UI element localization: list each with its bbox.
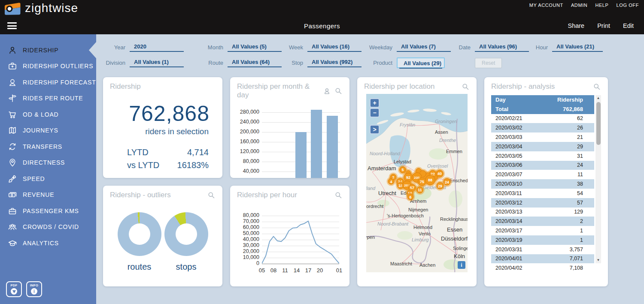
filter-label-week: Week [288, 44, 303, 51]
sidebar-item-speed[interactable]: SPEED [0, 171, 96, 187]
y-tick-label: 160,000 [237, 138, 259, 144]
magnifier-icon[interactable] [593, 83, 601, 91]
x-tick-label: 14 [294, 267, 300, 274]
sidebar-item-rides-per-route[interactable]: RIDES PER ROUTE [0, 90, 96, 107]
filter-date-dropdown[interactable]: All Values (96) [475, 43, 529, 52]
table-row: 2020/03/0531 [491, 151, 594, 161]
table-row: 2020/04/027,108 [491, 263, 594, 273]
map-cluster-marker-6[interactable]: 6 [407, 194, 414, 200]
day-cell: 2020/02/21 [491, 115, 547, 121]
filter-hour-dropdown[interactable]: All Values (21) [552, 43, 603, 52]
sidebar-item-transfers[interactable]: TRANSFERS [0, 138, 96, 155]
y-tick-label: 20,000 [237, 248, 259, 254]
map-attribution-button[interactable]: i [458, 261, 465, 269]
per-hour-line-chart: 010,00020,00030,00040,00050,00060,00070,… [237, 216, 343, 284]
card-title: Ridership per hour [237, 191, 334, 199]
lytd-value: 4,714 [187, 147, 209, 157]
ridership-cell: 7,071 [547, 256, 594, 262]
table-row: 2020/04/017,071 [491, 254, 594, 264]
edit-button[interactable]: Edit [623, 22, 634, 29]
magnifier-icon[interactable] [334, 87, 343, 95]
map-cluster-marker-40[interactable]: 40 [436, 170, 444, 178]
table-row: 2020/03/1154 [491, 189, 594, 198]
sidebar-item-ridership-forecast[interactable]: RIDERSHIP FORECAST [0, 74, 96, 90]
ridership-cell: 762,868 [547, 106, 594, 112]
card-ridership: Ridership 762,868 riders in selection LY… [103, 77, 222, 178]
sidebar-item-directness[interactable]: DIRECTNESS [0, 155, 96, 171]
filter-route-dropdown[interactable]: All Values (64) [228, 58, 282, 67]
card-title: Ridership - analysis [491, 82, 593, 91]
top-link-admin[interactable]: ADMIN [571, 3, 587, 8]
day-cell: 2020/03/04 [491, 144, 547, 150]
sidebar-item-label: SPEED [23, 175, 45, 182]
magnifier-icon[interactable] [207, 191, 216, 199]
sidebar-item-label: JOURNEYS [23, 127, 58, 134]
ridership-cell: 31 [547, 153, 594, 159]
card-analysis: Ridership - analysis DayRidershipTotal76… [484, 77, 608, 286]
info-button[interactable]: INFO i [26, 281, 42, 297]
y-tick-label: 200,000 [237, 129, 259, 135]
filter-week-dropdown[interactable]: All Values (16) [307, 43, 361, 52]
vs-lytd-value: 16183% [177, 160, 209, 170]
map-zoom-in-button[interactable]: + [370, 98, 380, 108]
filter-stop-dropdown[interactable]: All Values (992) [307, 58, 361, 67]
filter-product-dropdown[interactable]: All Values (29) [399, 60, 442, 69]
filter-division-dropdown[interactable]: All Values (1) [130, 58, 184, 67]
filter-weekday-dropdown[interactable]: All Values (7) [397, 43, 451, 52]
table-row: 2020/03/171 [491, 226, 594, 235]
table-row: 2020/03/0226 [491, 123, 594, 132]
location-map[interactable]: FryslânGroningenAssenDrentheEmmenNoord-H… [366, 94, 468, 272]
y-tick-label: 280,000 [237, 109, 259, 115]
reset-filters-button[interactable]: Reset [475, 58, 502, 68]
sidebar-item-revenue[interactable]: REVENUE [0, 187, 96, 203]
ridership-line-series [262, 216, 339, 265]
share-button[interactable]: Share [568, 22, 584, 29]
person-icon[interactable] [323, 87, 331, 95]
table-row: 2020/03/0321 [491, 132, 594, 142]
sidebar-item-journeys[interactable]: JOURNEYS [0, 123, 96, 139]
magnifier-icon[interactable] [462, 83, 470, 91]
people-icon [8, 222, 17, 232]
top-link-help[interactable]: HELP [595, 3, 608, 8]
filter-year-dropdown[interactable]: 2020 [130, 43, 184, 52]
card-title: Ridership - outliers [110, 191, 207, 199]
sidebar-item-od-load[interactable]: OD & LOAD [0, 106, 96, 123]
pdf-export-button[interactable]: PDF [6, 281, 22, 297]
pdf-download-icon [11, 288, 17, 295]
sidebar-item-label: PASSENGER KMS [23, 208, 79, 214]
scroll-down-arrow[interactable]: ▼ [595, 257, 601, 263]
map-zoom-out-button[interactable]: − [370, 108, 380, 117]
first-aid-kit-icon [8, 61, 17, 71]
map-expand-button[interactable]: > [370, 125, 380, 134]
map-cluster-marker-5[interactable]: 5 [399, 166, 406, 173]
map-cluster-marker-29[interactable]: 29 [437, 182, 444, 190]
map-cluster-marker-11[interactable]: 11 [416, 187, 423, 193]
magnifier-icon[interactable] [334, 191, 343, 199]
app-logo[interactable]: zightwise [3, 2, 78, 15]
scroll-up-arrow[interactable]: ▲ [595, 95, 601, 101]
map-cluster-marker-88[interactable]: 88 [425, 175, 435, 185]
donut-chart-routes [118, 212, 161, 256]
filter-month-dropdown[interactable]: All Values (5) [228, 43, 282, 52]
map-cluster-marker-24[interactable]: 24 [444, 178, 451, 186]
card-title: Ridership per location [364, 82, 462, 91]
top-link-my-account[interactable]: MY ACCOUNT [529, 3, 563, 8]
scrollbar-thumb[interactable] [596, 102, 601, 145]
sidebar-item-passenger-kms[interactable]: PASSENGER KMS [0, 203, 96, 219]
ridership-cell: 7,108 [547, 265, 594, 271]
table-row: 2020/03/313,757 [491, 245, 594, 254]
sidebar-item-ridership-outliers[interactable]: RIDERSHIP OUTLIERS [0, 58, 96, 75]
y-tick-label: 70,000 [237, 218, 259, 224]
sidebar-item-ridership[interactable]: RIDERSHIP [0, 42, 96, 58]
print-button[interactable]: Print [597, 22, 610, 29]
filter-label-route: Route [204, 60, 223, 66]
sidebar-item-analytics[interactable]: ANALYTICS [0, 235, 96, 251]
sidebar-item-label: RIDERSHIP [23, 47, 58, 54]
top-link-log-off[interactable]: LOG OFF [617, 3, 639, 8]
gridline [262, 112, 340, 113]
sidebar-item-crowds-covid[interactable]: CROWDS / COVID [0, 219, 96, 235]
map-cluster-marker-4[interactable]: 4 [388, 178, 395, 185]
kpi-comparison-rows: LYTD 4,714 vs LYTD 16183% [127, 147, 209, 170]
analysis-table-wrap: DayRidershipTotal762,8682020/02/21622020… [491, 95, 601, 273]
table-scrollbar[interactable]: ▲ ▼ [595, 95, 601, 263]
